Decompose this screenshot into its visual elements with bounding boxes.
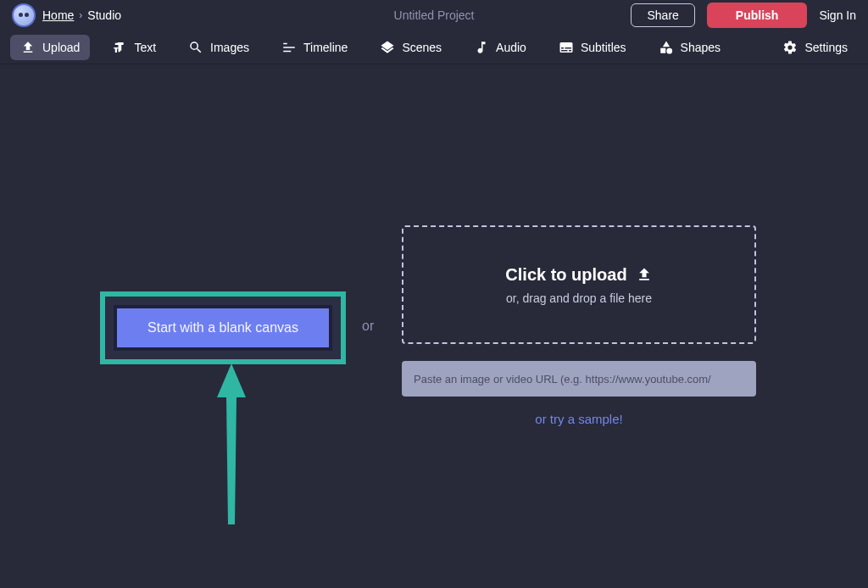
breadcrumb-current: Studio: [87, 8, 121, 22]
tool-text-label: Text: [134, 41, 156, 54]
tool-audio-label: Audio: [496, 41, 526, 54]
tool-scenes-label: Scenes: [402, 41, 442, 54]
media-url-input[interactable]: [402, 361, 756, 397]
start-blank-canvas-label: Start with a blank canvas: [147, 320, 298, 336]
breadcrumb-home-link[interactable]: Home: [42, 8, 74, 22]
upload-icon: [20, 40, 36, 55]
search-icon: [188, 40, 203, 55]
tool-upload-label: Upload: [42, 41, 80, 54]
project-title[interactable]: Untitled Project: [394, 8, 475, 22]
tool-shapes-label: Shapes: [681, 41, 721, 54]
svg-marker-0: [217, 363, 246, 524]
try-sample-link[interactable]: or try a sample!: [402, 412, 756, 426]
music-note-icon: [474, 40, 489, 55]
breadcrumb: Home › Studio: [42, 8, 121, 22]
tool-images-label: Images: [210, 41, 249, 54]
upload-icon: [636, 266, 653, 283]
tool-audio[interactable]: Audio: [464, 35, 537, 60]
subtitles-icon: [559, 40, 574, 55]
publish-button[interactable]: Publish: [707, 3, 808, 28]
or-separator: or: [362, 319, 374, 334]
app-logo[interactable]: [12, 3, 36, 27]
tool-shapes[interactable]: Shapes: [648, 35, 731, 60]
start-blank-canvas-button[interactable]: Start with a blank canvas: [114, 305, 332, 351]
tool-images[interactable]: Images: [178, 35, 259, 60]
stage: Start with a blank canvas or Click to up…: [0, 64, 868, 588]
tool-subtitles-label: Subtitles: [581, 41, 626, 54]
dropzone-headline: Click to upload: [505, 265, 652, 285]
dropzone-title: Click to upload: [505, 265, 626, 285]
tool-settings[interactable]: Settings: [772, 35, 858, 60]
timeline-icon: [281, 40, 297, 55]
top-bar: Home › Studio Untitled Project Share Pub…: [0, 0, 868, 31]
tool-settings-label: Settings: [804, 41, 848, 54]
dropzone-subtext: or, drag and drop a file here: [506, 291, 652, 305]
tool-scenes[interactable]: Scenes: [370, 35, 452, 60]
tool-upload[interactable]: Upload: [10, 35, 90, 60]
top-right-actions: Share Publish Sign In: [631, 3, 856, 28]
tool-subtitles[interactable]: Subtitles: [548, 35, 637, 60]
text-icon: [112, 40, 127, 55]
tool-timeline-label: Timeline: [303, 41, 348, 54]
gear-icon: [782, 40, 798, 55]
shapes-icon: [659, 40, 674, 55]
chevron-right-icon: ›: [79, 9, 82, 21]
tool-text[interactable]: Text: [102, 35, 166, 60]
tool-timeline[interactable]: Timeline: [271, 35, 358, 60]
sign-in-link[interactable]: Sign In: [819, 8, 856, 22]
blank-canvas-highlight: Start with a blank canvas: [100, 291, 346, 364]
share-button[interactable]: Share: [631, 3, 694, 27]
annotation-arrow-icon: [217, 363, 246, 524]
layers-icon: [380, 40, 395, 55]
toolbar: Upload Text Images Timeline Scenes Audio: [0, 31, 868, 64]
upload-dropzone[interactable]: Click to upload or, drag and drop a file…: [402, 225, 756, 344]
